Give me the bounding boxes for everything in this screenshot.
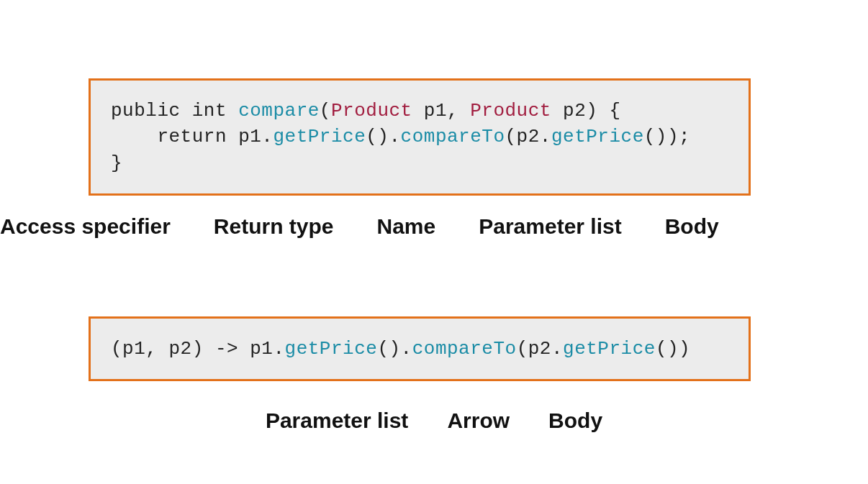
code-token: getPrice bbox=[551, 126, 644, 147]
code-token: ()) bbox=[656, 338, 690, 360]
code-token: (p2. bbox=[505, 126, 551, 147]
code-token: getPrice bbox=[563, 338, 656, 360]
label-parameter-list: Parameter list bbox=[479, 214, 621, 239]
method-code-box: public int compare(Product p1, Product p… bbox=[89, 78, 751, 196]
code-token: Product bbox=[470, 100, 551, 122]
code-token: getPrice bbox=[285, 338, 378, 360]
label-body: Body bbox=[548, 408, 602, 433]
label-body: Body bbox=[665, 214, 719, 239]
code-token: (p2. bbox=[517, 338, 563, 360]
code-token: Product bbox=[331, 100, 412, 122]
label-access-specifier: Access specifier bbox=[0, 214, 171, 239]
lambda-parts-labels: Parameter list Arrow Body bbox=[0, 408, 868, 433]
label-arrow: Arrow bbox=[447, 408, 510, 433]
method-parts-labels: Access specifier Return type Name Parame… bbox=[0, 214, 868, 239]
code-token: public int bbox=[111, 100, 238, 122]
label-parameter-list: Parameter list bbox=[266, 408, 408, 433]
lambda-code-box: (p1, p2) -> p1.getPrice().compareTo(p2.g… bbox=[89, 316, 751, 381]
code-token: ( bbox=[320, 100, 331, 122]
label-return-type: Return type bbox=[214, 214, 334, 239]
code-token: compareTo bbox=[401, 126, 505, 147]
code-token: compare bbox=[238, 100, 320, 122]
code-token: (p1, p2) -> p1. bbox=[111, 338, 285, 360]
code-token: compareTo bbox=[412, 338, 517, 360]
code-token: p1, bbox=[412, 100, 471, 122]
code-token: (). bbox=[377, 338, 412, 360]
label-name: Name bbox=[377, 214, 436, 239]
code-token: getPrice bbox=[273, 126, 366, 147]
code-token: (). bbox=[366, 126, 400, 147]
